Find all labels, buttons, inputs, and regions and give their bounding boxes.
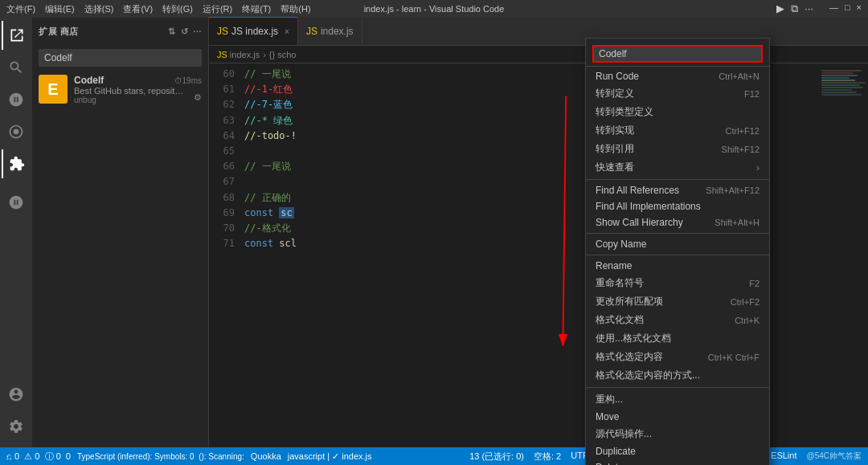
- sidebar-search-container: [32, 46, 208, 70]
- titlebar-menu: 文件(F) 编辑(E) 选择(S) 查看(V) 转到(G) 运行(R) 终端(T…: [6, 3, 311, 15]
- cm-goto-impl[interactable]: 转到实现 Ctrl+F12: [586, 121, 769, 140]
- line-numbers: 60 61 62 63 64 65 66 67 68 69 70 71: [209, 67, 241, 444]
- cm-move-label: Move: [596, 411, 760, 422]
- activity-settings[interactable]: [2, 412, 31, 441]
- cm-refactor-label: 重构...: [596, 393, 760, 406]
- cm-sep-1: [586, 179, 769, 180]
- cm-rename-symbol-label: 重命名符号: [596, 276, 743, 290]
- menu-terminal[interactable]: 终端(T): [242, 3, 271, 15]
- breadcrumb-file[interactable]: JS: [217, 50, 227, 59]
- maximize-btn[interactable]: □: [845, 2, 850, 15]
- extension-time: ⏱19ms: [174, 76, 202, 85]
- status-line[interactable]: 13 (已选行: 0): [469, 451, 524, 463]
- extension-gear-icon[interactable]: ⚙: [194, 92, 202, 103]
- cm-format-with[interactable]: 使用...格式化文档: [586, 329, 769, 348]
- status-js[interactable]: javascript | ✓ index.js: [288, 451, 372, 462]
- menu-edit[interactable]: 编辑(E): [45, 3, 75, 15]
- status-errors[interactable]: ⎌ 0 ⚠ 0 ⓘ 0 0: [6, 451, 71, 463]
- split-icon[interactable]: ⧉: [791, 2, 798, 15]
- cm-format-with-label: 使用...格式化文档: [596, 332, 760, 345]
- cm-change-all-label: 更改所有匹配项: [596, 295, 724, 308]
- cm-quick-peek[interactable]: 快速查看 ›: [586, 158, 769, 177]
- cm-format-sel-with-label: 格式化选定内容的方式...: [596, 369, 760, 382]
- cm-find-refs-label: Find All References: [596, 185, 699, 196]
- activity-extensions[interactable]: [2, 149, 31, 178]
- close-btn[interactable]: ×: [857, 2, 862, 15]
- extension-icon: E: [39, 75, 68, 104]
- cm-rename[interactable]: Rename: [586, 258, 769, 274]
- status-spaces[interactable]: 空格: 2: [534, 451, 561, 463]
- status-eslint[interactable]: ESLint: [771, 451, 796, 463]
- cm-source-action[interactable]: 源代码操作...: [586, 425, 769, 443]
- cm-format-sel-with[interactable]: 格式化选定内容的方式...: [586, 366, 769, 385]
- status-quokka[interactable]: Quokka: [251, 451, 281, 461]
- run-icon[interactable]: ▶: [776, 2, 784, 15]
- cm-copy-name-label: Copy Name: [596, 239, 760, 250]
- svg-point-0: [14, 129, 19, 135]
- cm-goto-def[interactable]: 转到定义 F12: [586, 84, 769, 103]
- tab-label2: index.js: [321, 26, 354, 37]
- cm-goto-typedef[interactable]: 转到类型定义: [586, 103, 769, 121]
- cm-quick-peek-label: 快速查看: [596, 161, 753, 174]
- cm-delete[interactable]: Delete: [586, 459, 769, 465]
- sidebar-search-input[interactable]: [39, 49, 202, 67]
- cm-goto-impl-shortcut: Ctrl+F12: [726, 126, 760, 136]
- cm-format-sel-shortcut: Ctrl+K Ctrl+F: [708, 353, 760, 362]
- window-controls: ▶ ⧉ ··· — □ ×: [776, 2, 862, 15]
- cm-move[interactable]: Move: [586, 409, 769, 425]
- editor-area: JS JS index.js × JS index.js JS index.js…: [209, 18, 868, 447]
- tab-indexjs-inactive[interactable]: JS index.js: [298, 17, 362, 45]
- cm-sep-3: [586, 255, 769, 255]
- tab-label: JS index.js: [231, 26, 278, 37]
- activity-explorer[interactable]: [2, 21, 31, 50]
- cm-copy-name[interactable]: Copy Name: [586, 236, 769, 252]
- activity-debug[interactable]: [2, 117, 31, 146]
- cm-search-input[interactable]: [592, 45, 763, 63]
- cm-format-sel-label: 格式化选定内容: [596, 350, 702, 364]
- cm-find-impls[interactable]: Find All Implementations: [586, 198, 769, 214]
- tab-indexjs-active[interactable]: JS JS index.js ×: [209, 17, 298, 45]
- activity-account[interactable]: [2, 380, 31, 409]
- breadcrumb-symbol[interactable]: {} scho: [269, 50, 297, 59]
- menu-view[interactable]: 查看(V): [123, 3, 153, 15]
- sidebar-filter-icon[interactable]: ⇅: [168, 27, 176, 37]
- menu-goto[interactable]: 转到(G): [162, 3, 193, 15]
- cm-goto-ref-shortcut: Shift+F12: [722, 145, 760, 154]
- activity-bar: [0, 18, 32, 447]
- cm-find-refs[interactable]: Find All References Shift+Alt+F12: [586, 182, 769, 198]
- cm-refactor[interactable]: 重构...: [586, 390, 769, 409]
- more-icon[interactable]: ···: [805, 2, 813, 15]
- cm-run-code[interactable]: Run Code Ctrl+Alt+N: [586, 68, 769, 84]
- breadcrumb-filename[interactable]: index.js: [230, 50, 260, 59]
- cm-call-hierarchy[interactable]: Show Call Hierarchy Shift+Alt+H: [586, 214, 769, 230]
- status-ts[interactable]: TypeScript (inferred): Symbols: 0 (): Sc…: [77, 452, 244, 461]
- menu-help[interactable]: 帮助(H): [280, 3, 310, 15]
- cm-find-refs-shortcut: Shift+Alt+F12: [706, 186, 760, 195]
- cm-format-sel[interactable]: 格式化选定内容 Ctrl+K Ctrl+F: [586, 348, 769, 366]
- cm-rename-symbol[interactable]: 重命名符号 F2: [586, 274, 769, 292]
- titlebar: 文件(F) 编辑(E) 选择(S) 查看(V) 转到(G) 运行(R) 终端(T…: [0, 0, 868, 18]
- activity-search[interactable]: [2, 53, 31, 82]
- cm-format-doc[interactable]: 格式化文档 Ctrl+K: [586, 311, 769, 329]
- activity-git[interactable]: [2, 85, 31, 114]
- tab-close-btn[interactable]: ×: [285, 27, 289, 36]
- activity-remote[interactable]: [2, 188, 31, 217]
- cm-delete-label: Delete: [596, 462, 760, 465]
- sidebar-header: 扩展 商店 ⇅ ↺ ···: [32, 18, 208, 46]
- cm-sep-2: [586, 233, 769, 234]
- extension-item-codelf[interactable]: E Codelf Best GitHub stars, repositories…: [32, 70, 208, 109]
- minimize-btn[interactable]: —: [829, 2, 838, 15]
- menu-file[interactable]: 文件(F): [6, 3, 35, 15]
- cm-goto-ref[interactable]: 转到引用 Shift+F12: [586, 140, 769, 158]
- cm-run-code-shortcut: Ctrl+Alt+N: [719, 71, 760, 81]
- activity-bottom: [2, 380, 31, 447]
- cm-format-doc-label: 格式化文档: [596, 313, 728, 327]
- sidebar-refresh-icon[interactable]: ↺: [181, 27, 189, 37]
- menu-select[interactable]: 选择(S): [84, 3, 114, 15]
- cm-source-action-label: 源代码操作...: [596, 427, 760, 441]
- main-layout: 扩展 商店 ⇅ ↺ ··· E Codelf Best GitHub stars…: [0, 18, 868, 447]
- menu-run[interactable]: 运行(R): [203, 3, 232, 15]
- sidebar-more-icon[interactable]: ···: [193, 27, 202, 37]
- cm-change-all[interactable]: 更改所有匹配项 Ctrl+F2: [586, 292, 769, 311]
- cm-duplicate[interactable]: Duplicate: [586, 443, 769, 459]
